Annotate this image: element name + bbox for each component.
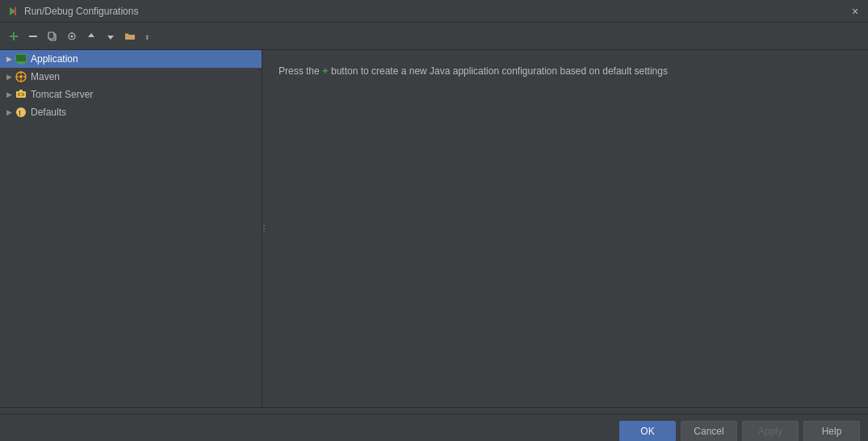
tree-item-maven[interactable]: ▶ Maven	[0, 68, 262, 86]
svg-point-18	[19, 75, 23, 78]
svg-marker-11	[107, 36, 114, 40]
title-bar: Run/Debug Configurations ×	[0, 0, 868, 23]
svg-rect-6	[48, 32, 54, 39]
svg-rect-25	[19, 90, 23, 92]
help-button[interactable]: Help	[803, 421, 860, 442]
add-button[interactable]	[5, 27, 23, 45]
remove-button[interactable]	[24, 27, 42, 45]
move-up-button[interactable]	[82, 27, 100, 45]
main-layout: ▶ Application ▶	[0, 50, 868, 407]
folder-button[interactable]	[121, 27, 139, 45]
svg-rect-3	[10, 36, 18, 37]
tree-arrow-application: ▶	[3, 53, 15, 65]
svg-rect-16	[16, 55, 26, 61]
tree-item-defaults[interactable]: ▶ ! Defaults	[0, 103, 262, 121]
svg-rect-15	[17, 63, 25, 65]
ok-button[interactable]: OK	[619, 421, 676, 442]
divider-dot-2	[263, 228, 265, 229]
close-button[interactable]: ×	[849, 5, 862, 18]
svg-point-27	[16, 107, 26, 117]
svg-point-26	[20, 94, 23, 96]
maven-icon	[15, 70, 27, 83]
left-panel: ▶ Application ▶	[0, 50, 262, 407]
move-down-button[interactable]	[102, 27, 120, 45]
tree-arrow-tomcat: ▶	[3, 89, 15, 100]
share-button[interactable]	[63, 27, 81, 45]
tree-label-application: Application	[31, 53, 78, 65]
cancel-button[interactable]: Cancel	[681, 421, 737, 442]
divider-dot-3	[263, 231, 265, 233]
svg-point-8	[71, 35, 73, 37]
svg-rect-4	[29, 36, 37, 37]
divider-dot-1	[263, 225, 265, 226]
tree-arrow-defaults: ▶	[3, 107, 15, 118]
svg-rect-1	[15, 7, 16, 15]
tree-item-tomcat[interactable]: ▶ Tomcat Server	[0, 86, 262, 103]
title-bar-icon	[6, 5, 19, 18]
divider-handle[interactable]	[262, 220, 266, 237]
svg-marker-10	[88, 33, 94, 37]
tomcat-icon	[15, 88, 27, 101]
apply-button[interactable]: Apply	[742, 421, 799, 442]
tree-label-tomcat: Tomcat Server	[31, 89, 93, 100]
tree-item-application[interactable]: ▶ Application	[0, 50, 262, 68]
title-bar-title: Run/Debug Configurations	[24, 6, 849, 17]
defaults-icon: !	[15, 106, 27, 119]
sort-button[interactable]: ↕	[140, 27, 158, 45]
toolbar: ↕	[0, 23, 868, 50]
app-icon	[15, 52, 27, 65]
info-suffix: button to create a new Java application …	[331, 65, 668, 77]
svg-text:↕: ↕	[145, 32, 149, 41]
tree-label-maven: Maven	[31, 71, 60, 82]
copy-button[interactable]	[44, 27, 61, 45]
info-plus-icon: +	[322, 63, 329, 79]
info-prefix: Press the	[279, 65, 320, 77]
right-panel: Press the + button to create a new Java …	[262, 50, 868, 407]
bottom-bar: OK Cancel Apply Help	[0, 414, 868, 441]
svg-text:!: !	[19, 109, 21, 117]
info-text: Press the + button to create a new Java …	[279, 65, 668, 77]
tree-arrow-maven: ▶	[3, 71, 15, 82]
bottom-scroll	[0, 407, 868, 414]
tree-label-defaults: Defaults	[31, 107, 66, 118]
